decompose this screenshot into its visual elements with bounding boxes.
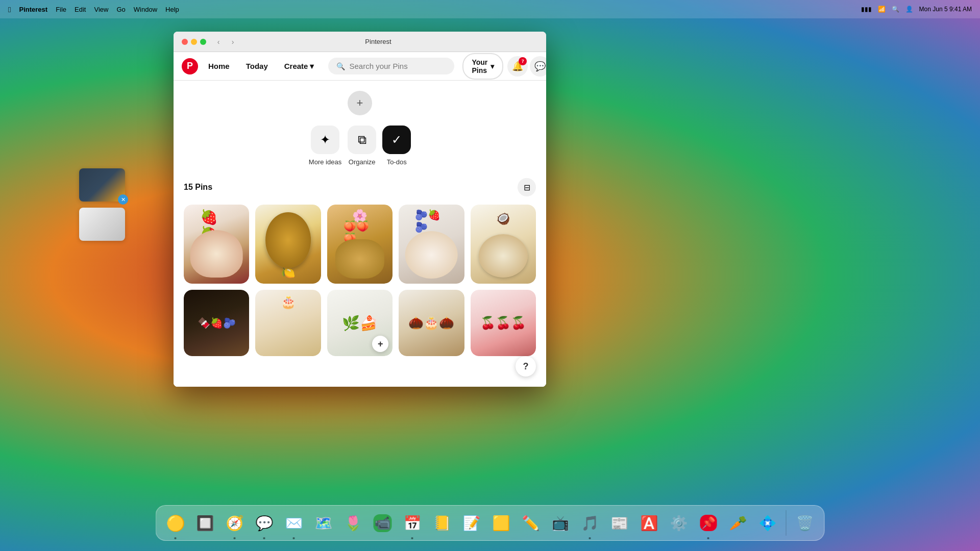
side-thumbnail-2[interactable]	[79, 208, 125, 241]
dock-app-carrot[interactable]: 🥕	[725, 510, 751, 536]
dock-app-news[interactable]: 📰	[606, 510, 633, 536]
window-title: Pinterest	[239, 38, 518, 45]
app-menu-pinterest[interactable]: Pinterest	[19, 6, 47, 13]
back-button[interactable]: ‹	[212, 36, 225, 48]
organize-label: Organize	[349, 158, 376, 166]
dock-app-notes[interactable]: 🟨	[488, 510, 514, 536]
dock-app-pricetag[interactable]: 💠	[754, 510, 781, 536]
pins-header: 15 Pins ⊟	[184, 178, 536, 196]
pinterest-content: + ✦ More ideas ⧉ Organize ✓ To-dos	[174, 81, 546, 387]
menu-edit[interactable]: Edit	[75, 6, 86, 13]
wifi-icon: 📶	[878, 6, 886, 13]
traffic-lights	[182, 39, 206, 45]
dock-app-appletv[interactable]: 📺	[547, 510, 574, 536]
todos-button[interactable]: ✓ To-dos	[382, 126, 411, 166]
dock-app-music[interactable]: 🎵	[577, 510, 603, 536]
dock-app-mail[interactable]: ✉️	[281, 510, 307, 536]
dock-app-dot-finder	[175, 537, 177, 539]
dock-app-maps[interactable]: 🗺️	[310, 510, 337, 536]
pin-card-2[interactable]: 🍋	[255, 205, 321, 284]
dock-app-launchpad[interactable]: 🔲	[192, 510, 218, 536]
minimize-button[interactable]	[191, 39, 197, 45]
spotlight-icon[interactable]: 👤	[905, 6, 913, 13]
pin-card-10[interactable]: 🍒🍒🍒	[471, 290, 536, 356]
menu-file[interactable]: File	[56, 6, 66, 13]
organize-button[interactable]: ⧉ Organize	[348, 126, 376, 166]
pinterest-logo[interactable]: P	[182, 58, 198, 74]
search-menubar-icon[interactable]: 🔍	[892, 6, 899, 13]
dock-app-facetime[interactable]: 📹	[370, 510, 396, 536]
pinterest-nav: P Home Today Create ▾ 🔍 Your Pins ▾	[174, 52, 546, 81]
add-circle-button[interactable]: +	[348, 91, 372, 115]
dock-app-dot-calendar	[411, 537, 413, 539]
nav-icons: 🔔 7 💬 U ▾	[507, 56, 546, 77]
dock-app-reminders[interactable]: 📝	[458, 510, 485, 536]
clock: Mon Jun 5 9:41 AM	[919, 6, 972, 13]
menu-window[interactable]: Window	[134, 6, 157, 13]
pin-card-5[interactable]: 🥥	[471, 205, 536, 284]
action-buttons: ✦ More ideas ⧉ Organize ✓ To-dos	[184, 126, 536, 166]
messages-button[interactable]: 💬	[530, 56, 546, 77]
side-thumb-1-remove[interactable]: ✕	[118, 194, 128, 205]
dock-app-systemprefs[interactable]: ⚙️	[666, 510, 692, 536]
dock-app-dot-mail	[293, 537, 295, 539]
dock-app-freeform[interactable]: ✏️	[518, 510, 544, 536]
help-button[interactable]: ?	[516, 356, 536, 377]
dock: 🟡 🔲 🧭 💬 ✉️ 🗺️ 🌷 📹 📅 📒 📝 🟨 ✏️ 📺	[156, 505, 825, 541]
app-switcher-thumbnails: ✕	[79, 168, 125, 241]
dock-app-calendar[interactable]: 📅	[399, 510, 426, 536]
dock-app-dot-music	[589, 537, 591, 539]
your-pins-chevron-icon: ▾	[491, 62, 494, 70]
pinterest-app: P Home Today Create ▾ 🔍 Your Pins ▾	[174, 52, 546, 387]
pinterest-logo-letter: P	[187, 61, 193, 71]
todos-icon: ✓	[382, 126, 411, 154]
add-button-container: +	[184, 91, 536, 115]
dock-app-appstore[interactable]: 🅰️	[636, 510, 663, 536]
menu-view[interactable]: View	[94, 6, 108, 13]
search-input[interactable]	[349, 62, 446, 70]
apple-menu-icon[interactable]: 	[8, 5, 11, 14]
menubar:  Pinterest File Edit View Go Window Hel…	[0, 0, 980, 18]
notifications-button[interactable]: 🔔 7	[507, 56, 528, 77]
search-bar[interactable]: 🔍	[328, 58, 454, 74]
dock-app-messages[interactable]: 💬	[251, 510, 278, 536]
dock-divider	[786, 510, 787, 536]
browser-nav-arrows: ‹ ›	[212, 36, 239, 48]
dock-app-dot-pinterest	[707, 537, 709, 539]
more-ideas-button[interactable]: ✦ More ideas	[309, 126, 341, 166]
search-icon: 🔍	[336, 62, 345, 70]
organize-icon: ⧉	[348, 126, 376, 154]
dock-app-pinterest[interactable]: 📌	[695, 510, 722, 536]
nav-today[interactable]: Today	[240, 58, 274, 74]
menu-help[interactable]: Help	[165, 6, 179, 13]
pin-card-7[interactable]: 🎂	[255, 290, 321, 356]
add-pin-button-8[interactable]: +	[372, 336, 388, 352]
battery-icon: ▮▮▮	[861, 6, 872, 13]
more-ideas-icon: ✦	[311, 126, 339, 154]
dock-app-trash[interactable]: 🗑️	[792, 510, 818, 536]
your-pins-button[interactable]: Your Pins ▾	[462, 53, 503, 80]
pin-card-4[interactable]: 🫐🍓🫐	[399, 205, 464, 284]
pin-card-6[interactable]: 🍫🍓🫐	[184, 290, 249, 356]
nav-create[interactable]: Create ▾	[278, 58, 321, 75]
filter-button[interactable]: ⊟	[518, 178, 536, 196]
dock-app-dot-messages	[263, 537, 265, 539]
create-chevron-icon: ▾	[310, 62, 314, 71]
dock-app-finder[interactable]: 🟡	[162, 510, 189, 536]
pin-card-3[interactable]: 🌸 🍑🍑🍑	[327, 205, 393, 284]
dock-app-dot-safari	[234, 537, 236, 539]
dock-app-contacts[interactable]: 📒	[429, 510, 455, 536]
browser-window: ‹ › Pinterest P Home Today Create ▾ 🔍	[174, 32, 546, 387]
dock-app-safari[interactable]: 🧭	[222, 510, 248, 536]
window-titlebar: ‹ › Pinterest	[174, 32, 546, 52]
nav-home[interactable]: Home	[202, 58, 236, 74]
menu-go[interactable]: Go	[116, 6, 125, 13]
dock-app-photos[interactable]: 🌷	[340, 510, 366, 536]
pins-grid-row1: 🍓🍓 🍋 🌸	[184, 205, 536, 284]
pin-card-1[interactable]: 🍓🍓	[184, 205, 249, 284]
maximize-button[interactable]	[200, 39, 206, 45]
close-button[interactable]	[182, 39, 188, 45]
pin-card-9[interactable]: 🌰🎂🌰	[399, 290, 464, 356]
forward-button[interactable]: ›	[227, 36, 239, 48]
pin-card-8[interactable]: 🌿🍰 +	[327, 290, 393, 356]
